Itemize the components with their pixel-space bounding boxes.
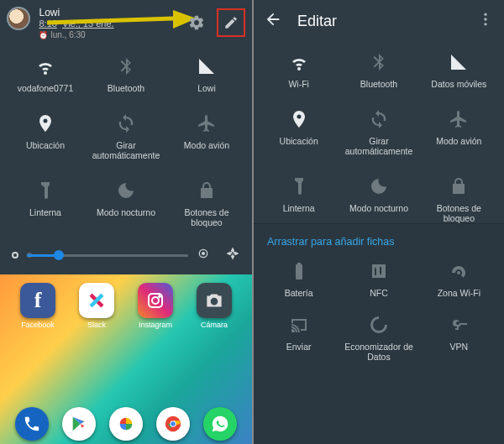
tile-label: Botones de bloqueo [423, 203, 495, 223]
airplane-icon [449, 107, 469, 131]
tile-grid: Wi-FiBluetoothDatos móvilesUbicaciónGira… [254, 42, 504, 223]
gear-icon[interactable] [188, 14, 205, 31]
tile-grid: vodafone0771BluetoothLowiUbicaciónGirar … [0, 46, 252, 227]
tile-grid-extra: BateríaNFCZona Wi-FiEnviarEconomizador d… [254, 254, 504, 362]
dock-whatsapp[interactable] [197, 407, 244, 441]
tile-nfc[interactable]: NFC [339, 259, 418, 298]
wifi-icon [35, 55, 55, 78]
battery-icon [289, 259, 309, 283]
svg-point-7 [152, 297, 159, 304]
tile-bluetooth[interactable]: Bluetooth [339, 50, 418, 89]
tile-label: Batería [285, 288, 313, 298]
rotate-icon [116, 112, 136, 135]
tile-night[interactable]: Modo nocturno [339, 175, 418, 223]
tile-label: Modo nocturno [349, 203, 408, 213]
lock-icon [449, 175, 469, 198]
dock-play[interactable] [55, 407, 102, 441]
cast-icon [289, 313, 309, 337]
tile-flashlight[interactable]: Linterna [259, 175, 339, 223]
panel-header: Lowi 8:18 Vie., 13 ene. ⏰lun., 6:30 [0, 0, 252, 46]
tile-label: Bluetooth [360, 79, 397, 89]
location-icon [289, 107, 309, 131]
app-f[interactable]: fFacebook [14, 283, 61, 329]
svg-point-13 [484, 18, 486, 20]
tile-label: Economizador de Datos [343, 342, 415, 362]
night-icon [369, 175, 389, 198]
tile-label: NFC [370, 288, 388, 298]
tile-night[interactable]: Modo nocturno [86, 179, 166, 227]
location-icon [35, 112, 55, 135]
clock-date: Vie., 13 ene. [62, 18, 114, 29]
drag-hint: Arrastrar para añadir fichas [254, 224, 504, 254]
tile-label: Girar automáticamente [343, 136, 415, 156]
alarm-time: lun., 6:30 [50, 30, 85, 39]
tile-label: VPN [450, 342, 469, 352]
tile-rotate[interactable]: Girar automáticamente [86, 112, 166, 160]
app-row: fFacebookSlackInstagramCámara [8, 283, 244, 329]
app-ig[interactable]: Instagram [132, 283, 179, 329]
tile-lock[interactable]: Botones de bloqueo [419, 175, 499, 223]
tile-location[interactable]: Ubicación [5, 112, 86, 160]
app-slack[interactable]: Slack [73, 283, 120, 329]
tile-wifi[interactable]: Wi-Fi [259, 50, 339, 89]
tile-label: Modo avión [436, 136, 481, 146]
tile-rotate[interactable]: Girar automáticamente [339, 107, 418, 156]
back-arrow-icon[interactable] [264, 10, 282, 32]
tile-label: Zona Wi-Fi [438, 288, 480, 298]
rotate-icon [369, 107, 389, 131]
clock-time: 8:18 [39, 18, 56, 29]
more-vert-icon[interactable] [477, 11, 494, 31]
hotspot-icon [449, 259, 469, 283]
brightness-slider[interactable] [27, 254, 188, 257]
bluetooth-icon [369, 50, 389, 74]
night-icon [116, 179, 136, 202]
airplane-icon [197, 112, 217, 135]
tile-lock[interactable]: Botones de bloqueo [166, 179, 247, 227]
tile-battery[interactable]: Batería [259, 259, 339, 298]
tile-signal[interactable]: Lowi [166, 55, 247, 93]
clock-row: 8:18 Vie., 13 ene. [39, 18, 113, 29]
alarm-row: ⏰lun., 6:30 [39, 30, 113, 39]
svg-point-14 [484, 23, 486, 25]
avatar[interactable] [7, 7, 30, 30]
wifi-icon [289, 50, 309, 74]
alarm-icon: ⏰ [39, 31, 48, 39]
home-screen: fFacebookSlackInstagramCámara [0, 274, 252, 444]
quick-settings-editor-panel: Editar Wi-FiBluetoothDatos móvilesUbicac… [254, 0, 504, 444]
tile-label: Enviar [286, 342, 312, 352]
editor-extra-section: Arrastrar para añadir fichas BateríaNFCZ… [254, 223, 504, 444]
tile-airplane[interactable]: Modo avión [166, 112, 247, 160]
tile-airplane[interactable]: Modo avión [419, 107, 499, 156]
editor-title: Editar [297, 13, 477, 30]
tile-label: vodafone0771 [18, 83, 74, 93]
dock-chrome[interactable] [150, 407, 197, 441]
tile-wifi[interactable]: vodafone0771 [5, 55, 86, 93]
tile-location[interactable]: Ubicación [259, 107, 339, 156]
tile-label: Linterna [29, 207, 61, 217]
tile-signal[interactable]: Datos móviles [419, 50, 499, 89]
flashlight-icon [289, 175, 309, 198]
datasaver-icon [369, 313, 389, 337]
tile-label: Girar automáticamente [90, 140, 162, 160]
bluetooth-icon [116, 55, 136, 78]
edit-pencil-highlight[interactable] [217, 8, 245, 37]
tile-cast[interactable]: Enviar [259, 313, 339, 362]
tile-label: Wi-Fi [288, 79, 309, 89]
tile-label: Modo nocturno [97, 207, 155, 217]
dock-photos[interactable] [102, 407, 150, 441]
app-cam[interactable]: Cámara [191, 283, 238, 329]
tile-label: Bluetooth [108, 83, 144, 93]
tile-datasaver[interactable]: Economizador de Datos [339, 313, 418, 362]
auto-brightness-icon[interactable] [225, 246, 240, 264]
brightness-row [0, 227, 252, 274]
tile-bluetooth[interactable]: Bluetooth [86, 55, 166, 93]
tile-hotspot[interactable]: Zona Wi-Fi [419, 259, 499, 298]
tile-label: Linterna [283, 203, 315, 213]
tile-label: Modo avión [184, 140, 229, 150]
dock-phone[interactable] [8, 407, 55, 441]
tile-flashlight[interactable]: Linterna [5, 179, 86, 227]
tile-label: Datos móviles [431, 79, 486, 89]
tile-vpn[interactable]: VPN [419, 313, 499, 362]
quick-settings-panel-left: Lowi 8:18 Vie., 13 ene. ⏰lun., 6:30 voda… [0, 0, 252, 444]
signal-icon [449, 50, 469, 74]
